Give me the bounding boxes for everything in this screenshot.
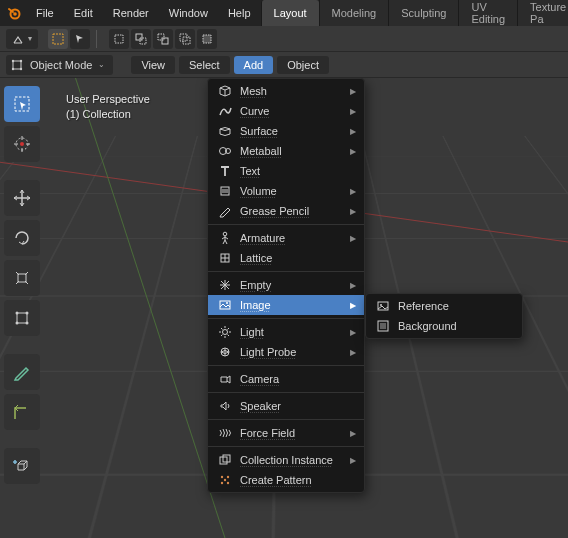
tool-select-box[interactable]: [4, 86, 40, 122]
orientation-dropdown[interactable]: ▾: [6, 29, 38, 49]
tool-scale[interactable]: [4, 260, 40, 296]
header-view-button[interactable]: View: [131, 56, 175, 74]
camera-icon: [218, 372, 232, 386]
svg-rect-20: [17, 313, 27, 323]
header-object-button[interactable]: Object: [277, 56, 329, 74]
select-tool-box-icon[interactable]: [48, 29, 68, 49]
svg-point-28: [223, 232, 227, 236]
add-menu-item-empty[interactable]: Empty ▶: [208, 275, 364, 295]
menu-edit[interactable]: Edit: [64, 3, 103, 23]
add-menu-item-speaker[interactable]: Speaker: [208, 396, 364, 416]
menu-separator: [208, 271, 364, 272]
cursor-tool-icon[interactable]: [70, 29, 90, 49]
svg-rect-19: [18, 274, 26, 282]
reference-icon: [376, 299, 390, 313]
image-icon: [218, 298, 232, 312]
lightprobe-icon: [218, 345, 232, 359]
add-menu-item-force-field[interactable]: Force Field ▶: [208, 423, 364, 443]
svg-point-32: [223, 330, 228, 335]
select-invert-icon[interactable]: [197, 29, 217, 49]
svg-point-12: [12, 59, 14, 61]
menu-item-label: Reference: [398, 300, 514, 312]
menu-separator: [208, 365, 364, 366]
mode-dropdown[interactable]: Object Mode ⌄: [6, 55, 113, 75]
svg-rect-7: [162, 38, 168, 44]
add-menu-item-collection-instance[interactable]: Collection Instance ▶: [208, 450, 364, 470]
overlay-perspective: User Perspective: [66, 92, 150, 107]
add-menu-item-mesh[interactable]: Mesh ▶: [208, 81, 364, 101]
svg-point-22: [26, 312, 29, 315]
collection-icon: [218, 453, 232, 467]
svg-rect-11: [13, 61, 21, 69]
menu-item-label: Lattice: [240, 252, 356, 264]
menu-item-label: Armature: [240, 232, 342, 244]
select-extend-icon[interactable]: [131, 29, 151, 49]
chevron-right-icon: ▶: [350, 328, 356, 337]
svg-rect-6: [158, 34, 164, 40]
select-subtract-icon[interactable]: [153, 29, 173, 49]
tool-annotate[interactable]: [4, 354, 40, 390]
header-select-button[interactable]: Select: [179, 56, 230, 74]
menu-item-label: Light Probe: [240, 346, 342, 358]
menu-item-label: Create Pattern: [240, 474, 356, 486]
menu-help[interactable]: Help: [218, 3, 261, 23]
svg-point-14: [12, 67, 14, 69]
tab-layout[interactable]: Layout: [261, 0, 319, 26]
menu-separator: [208, 446, 364, 447]
tool-transform[interactable]: [4, 300, 40, 336]
add-menu-item-metaball[interactable]: Metaball ▶: [208, 141, 364, 161]
menu-item-label: Speaker: [240, 400, 356, 412]
svg-rect-3: [115, 35, 123, 43]
chevron-right-icon: ▶: [350, 187, 356, 196]
header-add-button[interactable]: Add: [234, 56, 274, 74]
add-menu-item-image[interactable]: Image ▶: [208, 295, 364, 315]
tool-measure[interactable]: [4, 394, 40, 430]
svg-point-36: [221, 476, 223, 478]
tab-sculpting[interactable]: Sculpting: [388, 0, 458, 26]
svg-rect-5: [140, 38, 146, 44]
add-menu-item-lattice[interactable]: Lattice: [208, 248, 364, 268]
add-menu-item-light[interactable]: Light ▶: [208, 322, 364, 342]
menu-window[interactable]: Window: [159, 3, 218, 23]
tool-add-cube[interactable]: [4, 448, 40, 484]
image-submenu-item-reference[interactable]: Reference: [366, 296, 522, 316]
svg-point-18: [20, 142, 24, 146]
blender-logo-icon: [6, 5, 22, 21]
add-menu-item-text[interactable]: Text: [208, 161, 364, 181]
force-icon: [218, 426, 232, 440]
menu-item-label: Camera: [240, 373, 356, 385]
add-menu-item-volume[interactable]: Volume ▶: [208, 181, 364, 201]
add-menu-item-surface[interactable]: Surface ▶: [208, 121, 364, 141]
menu-item-label: Text: [240, 165, 356, 177]
background-icon: [376, 319, 390, 333]
chevron-right-icon: ▶: [350, 147, 356, 156]
select-intersect-icon[interactable]: [175, 29, 195, 49]
light-icon: [218, 325, 232, 339]
menu-item-label: Metaball: [240, 145, 342, 157]
menu-separator: [208, 318, 364, 319]
svg-point-21: [16, 312, 19, 315]
surface-icon: [218, 124, 232, 138]
tab-texture-paint[interactable]: Texture Pa: [517, 0, 568, 26]
image-submenu-item-background[interactable]: Background: [366, 316, 522, 336]
add-menu-item-create-pattern[interactable]: Create Pattern: [208, 470, 364, 490]
svg-point-15: [20, 67, 22, 69]
speaker-icon: [218, 399, 232, 413]
tool-move[interactable]: [4, 180, 40, 216]
tab-uv-editing[interactable]: UV Editing: [458, 0, 517, 26]
viewport-3d[interactable]: User Perspective (1) Collection: [0, 78, 568, 538]
add-menu-item-camera[interactable]: Camera: [208, 369, 364, 389]
svg-point-37: [227, 476, 229, 478]
add-menu-item-curve[interactable]: Curve ▶: [208, 101, 364, 121]
svg-rect-10: [203, 35, 211, 43]
menu-render[interactable]: Render: [103, 3, 159, 23]
tool-cursor[interactable]: [4, 126, 40, 162]
tool-rotate[interactable]: [4, 220, 40, 256]
add-menu-item-light-probe[interactable]: Light Probe ▶: [208, 342, 364, 362]
add-menu-item-grease-pencil[interactable]: Grease Pencil ▶: [208, 201, 364, 221]
add-menu-item-armature[interactable]: Armature ▶: [208, 228, 364, 248]
menu-file[interactable]: File: [26, 3, 64, 23]
text-icon: [218, 164, 232, 178]
select-new-icon[interactable]: [109, 29, 129, 49]
tab-modeling[interactable]: Modeling: [319, 0, 389, 26]
